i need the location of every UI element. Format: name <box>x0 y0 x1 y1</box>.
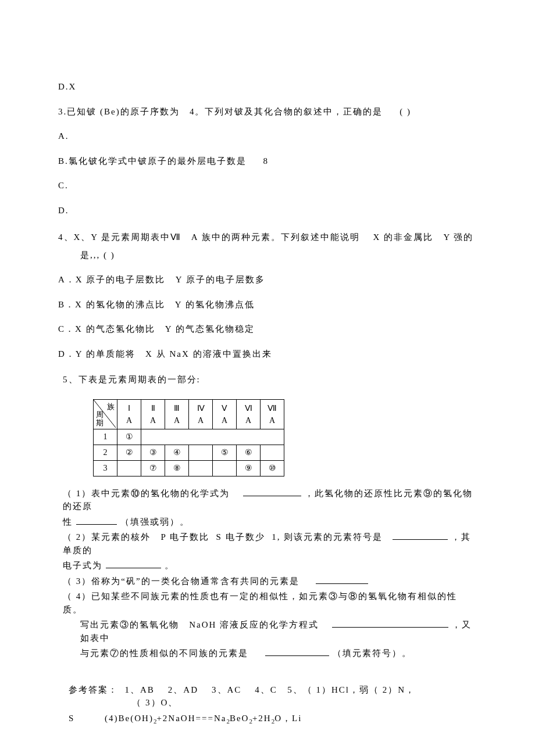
cell: ④ <box>165 445 189 460</box>
blank <box>332 618 448 628</box>
q5-4-line3: 与元素⑦的性质相似的不同族的元素是 （填元素符号）。 <box>80 647 477 660</box>
cell: ① <box>117 429 141 445</box>
ans-eq-a: (4)Be(OH) <box>105 714 154 723</box>
q4-d-1: D．Y 的单质能将 <box>58 349 135 359</box>
answer-label: 参考答案： <box>69 685 118 694</box>
answer-key: 参考答案： 1、AB 2、AD 3、AC 4、C 5、（ 1）HCl，弱（ 2）… <box>69 683 477 726</box>
corner-top-label: 族 <box>107 401 115 413</box>
cell: ⑩ <box>261 460 284 476</box>
q3-paren: ( ) <box>400 107 411 116</box>
q4-option-d: D．Y 的单质能将 X 从 NaX 的溶液中置换出来 <box>58 347 477 361</box>
cell <box>189 460 213 476</box>
q3-stem: 3.已知铍 (Be)的原子序数为 4。下列对铍及其化合物的叙述中，正确的是 ( … <box>58 105 477 119</box>
q4-b-2: Y 的氢化物沸点低 <box>175 300 255 309</box>
q3-option-b: B.氯化铍化学式中铍原子的最外层电子数是 8 <box>58 155 477 168</box>
corner-bot-label: 周 期 <box>96 411 104 428</box>
group-7: ⅦA <box>261 399 284 429</box>
ans-eq-b: +2NaOH===Na <box>156 714 226 723</box>
q5-1-line2: 性 （填强或弱）。 <box>63 515 477 529</box>
q5-stem: 5、下表是元素周期表的一部分: <box>63 373 477 386</box>
q3-stem-text-b: 4。下列对铍及其化合物的叙述中，正确的是 <box>190 107 383 116</box>
cell: ⑦ <box>141 460 165 476</box>
cell: ⑤ <box>213 445 237 460</box>
q4-stem-a: 4、X、Y 是元素周期表中Ⅶ <box>58 232 181 242</box>
blank <box>76 515 117 525</box>
q4-b-1: B．X 的氢化物的沸点比 <box>58 300 165 309</box>
text: 电子式为 <box>63 561 102 570</box>
cell: ⑨ <box>237 460 261 476</box>
q5-3-line: （ 3）俗称为“矾”的一类化合物通常含有共同的元素是 <box>63 575 477 588</box>
q3-option-a: A. <box>58 130 477 143</box>
text: 性 <box>63 517 73 526</box>
q4-a-2: Y 原子的电子层数多 <box>176 275 265 284</box>
text: S 电子数少 <box>216 532 265 542</box>
text: （填强或弱）。 <box>120 517 190 526</box>
answer-line-1: 参考答案： 1、AB 2、AD 3、AC 4、C 5、（ 1）HCl，弱（ 2）… <box>69 683 477 710</box>
ans-4: 4、C <box>255 685 277 694</box>
q5-body: （ 1）表中元素⑩的氢化物的化学式为 ，此氢化物的还原性比元素⑨的氢化物的还原 … <box>63 487 477 660</box>
option-d-x: D.X <box>58 80 477 94</box>
ans-2: 2、AD <box>168 685 198 694</box>
ans-5b: （ 3）O、 <box>132 698 178 707</box>
ans-eq-c: BeO <box>230 714 249 723</box>
document-page: D.X 3.已知铍 (Be)的原子序数为 4。下列对铍及其化合物的叙述中，正确的… <box>0 0 535 756</box>
text: （ 1）表中元素⑩的氢化物的化学式为 <box>63 489 230 498</box>
q3-b-text: B.氯化铍化学式中铍原子的最外层电子数是 <box>58 156 247 166</box>
ans-s: S <box>69 714 74 723</box>
group-4: ⅣA <box>189 399 213 429</box>
text: （ 3）俗称为“矾”的一类化合物通常含有共同的元素是 <box>63 576 299 586</box>
blank <box>265 647 329 656</box>
cell-merged <box>141 429 284 445</box>
periodic-table-fragment: 族 周 期 ⅠA ⅡA ⅢA ⅣA ⅤA ⅥA ⅦA 1 ① 2 ② ③ ④ ⑤… <box>93 399 284 476</box>
text: 写出元素③的氢氧化物 <box>80 620 179 629</box>
blank <box>243 487 301 496</box>
cell: ⑥ <box>237 445 261 460</box>
q4-c-2: Y 的气态氢化物稳定 <box>165 324 255 334</box>
blank <box>393 531 448 540</box>
q4-stem-c: X 的非金属比 <box>373 232 434 242</box>
cell: ③ <box>141 445 165 460</box>
text: （填元素符号）。 <box>333 648 412 658</box>
q4-stem-line2: 是,,, ( ) <box>80 249 477 262</box>
period-3-label: 3 <box>94 460 117 476</box>
period-1-label: 1 <box>94 429 117 445</box>
q4-option-c: C．X 的气态氢化物比 Y 的气态氢化物稳定 <box>58 323 477 336</box>
group-2: ⅡA <box>141 399 165 429</box>
table-header-row: 族 周 期 ⅠA ⅡA ⅢA ⅣA ⅤA ⅥA ⅦA <box>94 399 284 429</box>
q4-option-b: B．X 的氢化物的沸点比 Y 的氢化物沸点低 <box>58 298 477 311</box>
ans-eq-e: O，Li <box>274 714 302 723</box>
blank <box>106 559 161 568</box>
q4-c-1: C．X 的气态氢化物比 <box>58 324 155 334</box>
text: （ 2）某元素的核外 <box>63 532 151 542</box>
group-6: ⅥA <box>237 399 261 429</box>
q4-stem: 4、X、Y 是元素周期表中Ⅶ A 族中的两种元素。下列叙述中能说明 X 的非金属… <box>58 231 477 244</box>
ans-1: 1、AB <box>125 685 155 694</box>
q3-stem-text-a: 3.已知铍 (Be)的原子序数为 <box>58 107 180 116</box>
text: P 电子数比 <box>161 532 210 542</box>
cell: ② <box>117 445 141 460</box>
group-5: ⅤA <box>213 399 237 429</box>
q4-option-a: A．X 原子的电子层数比 Y 原子的电子层数多 <box>58 273 477 286</box>
q5-4-line2: 写出元素③的氢氧化物 NaOH 溶液反应的化学方程式 ，又如表中 <box>80 618 477 644</box>
cell <box>117 460 141 476</box>
blank <box>316 575 368 584</box>
text: 。 <box>165 561 174 570</box>
q3-option-d: D. <box>58 204 477 217</box>
ans-5a: 5、（ 1）HCl，弱（ 2）N， <box>287 685 415 694</box>
q3-option-c: C. <box>58 179 477 192</box>
group-1: ⅠA <box>117 399 141 429</box>
cell <box>213 460 237 476</box>
q4-stem-d: Y 强的 <box>443 232 473 242</box>
q4-stem-b: A 族中的两种元素。下列叙述中能说明 <box>191 232 360 242</box>
q5-1-line1: （ 1）表中元素⑩的氢化物的化学式为 ，此氢化物的还原性比元素⑨的氢化物的还原 <box>63 487 477 513</box>
period-2-label: 2 <box>94 445 117 460</box>
q5-2-line2: 电子式为 。 <box>63 559 477 572</box>
text: （ 4）已知某些不同族元素的性质也有一定的相似性，如元素③与⑧的氢氧化物有相似的… <box>63 592 457 614</box>
text: NaOH 溶液反应的化学方程式 <box>189 620 319 629</box>
q3-b-num: 8 <box>263 156 269 166</box>
cell: ⑧ <box>165 460 189 476</box>
corner-cell: 族 周 期 <box>94 399 117 429</box>
q5-4-line1: （ 4）已知某些不同族元素的性质也有一定的相似性，如元素③与⑧的氢氧化物有相似的… <box>63 590 477 616</box>
group-3: ⅢA <box>165 399 189 429</box>
answer-line-2: S (4)Be(OH)2+2NaOH===Na2BeO2+2H2O，Li <box>69 712 477 726</box>
